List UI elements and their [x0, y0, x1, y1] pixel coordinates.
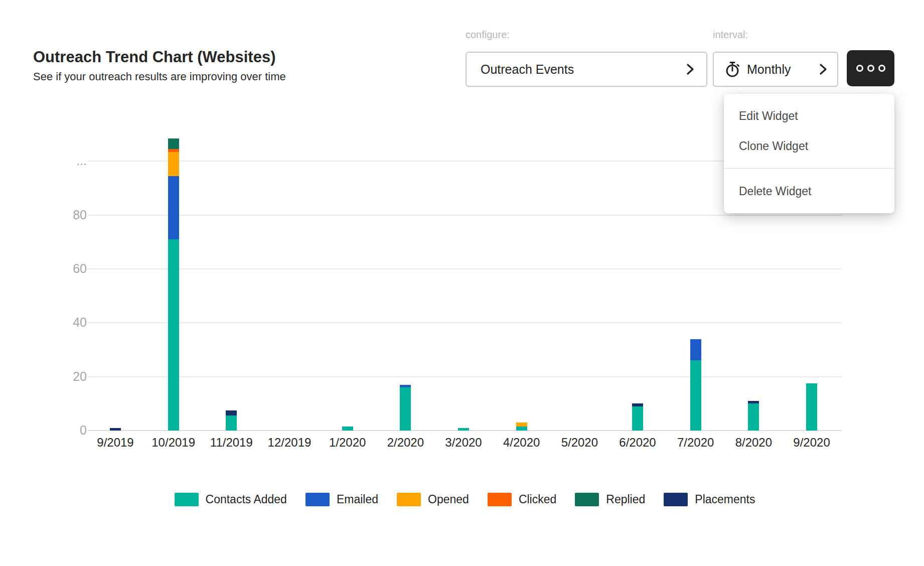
legend-label: Replied	[606, 493, 645, 506]
menu-divider	[724, 168, 894, 169]
widget-header: Outreach Trend Chart (Websites) See if y…	[33, 48, 286, 83]
chart-legend: Contacts AddedEmailedOpenedClickedReplie…	[88, 493, 842, 506]
legend-label: Emailed	[337, 493, 378, 506]
bar-segment[interactable]	[168, 239, 179, 431]
legend-label: Clicked	[519, 493, 556, 506]
legend-swatch	[664, 493, 688, 506]
y-axis-tick-label: ...	[37, 154, 87, 168]
legend-item-contacts-added[interactable]: Contacts Added	[175, 493, 287, 506]
configure-label: configure:	[466, 29, 510, 41]
bar-segment[interactable]	[632, 406, 643, 431]
x-axis-label: 11/2019	[201, 436, 261, 450]
chevron-right-icon	[819, 63, 827, 76]
gridline	[88, 268, 842, 269]
bar-segment[interactable]	[226, 410, 237, 416]
widget-menu: Edit Widget Clone Widget Delete Widget	[724, 94, 894, 213]
legend-swatch	[397, 493, 421, 506]
bar-segment[interactable]	[632, 403, 643, 406]
legend-label: Opened	[428, 493, 469, 506]
bar-segment[interactable]	[168, 149, 179, 152]
interval-label: interval:	[713, 29, 748, 41]
bar-segment[interactable]	[516, 422, 527, 427]
legend-item-clicked[interactable]: Clicked	[488, 493, 556, 506]
y-axis-tick-label: 20	[37, 369, 87, 384]
bar-segment[interactable]	[690, 360, 701, 431]
legend-label: Contacts Added	[206, 493, 287, 506]
x-axis-label: 8/2020	[723, 436, 784, 450]
x-axis-label: 12/2019	[259, 436, 320, 450]
bar-segment[interactable]	[748, 403, 759, 431]
gridline	[88, 322, 842, 323]
y-axis-tick-label: 60	[37, 261, 87, 276]
x-axis-label: 6/2020	[607, 436, 668, 450]
bar-segment[interactable]	[806, 383, 817, 431]
bar-segment[interactable]	[342, 427, 353, 431]
x-axis-label: 9/2020	[782, 436, 842, 450]
configure-select[interactable]: Outreach Events	[466, 52, 707, 87]
interval-value: Monthly	[747, 62, 819, 77]
x-axis-label: 3/2020	[433, 436, 494, 450]
legend-swatch	[305, 493, 330, 506]
legend-item-opened[interactable]: Opened	[397, 493, 469, 506]
bar-segment[interactable]	[458, 428, 469, 431]
gridline	[88, 215, 842, 216]
bar-segment[interactable]	[110, 428, 121, 431]
x-axis-label: 1/2020	[318, 436, 378, 450]
y-axis-tick-label: 0	[37, 423, 87, 438]
gridline	[88, 376, 842, 377]
x-axis-label: 2/2020	[375, 436, 435, 450]
page-title: Outreach Trend Chart (Websites)	[33, 48, 286, 66]
y-axis-tick-label: 80	[37, 208, 87, 222]
legend-item-placements[interactable]: Placements	[664, 493, 755, 506]
legend-swatch	[488, 493, 512, 506]
interval-select[interactable]: Monthly	[713, 52, 838, 87]
bar-segment[interactable]	[748, 401, 759, 403]
stopwatch-icon	[725, 61, 740, 78]
bar-segment[interactable]	[226, 415, 237, 431]
legend-swatch	[575, 493, 599, 506]
bar-segment[interactable]	[516, 427, 527, 431]
bar-segment[interactable]	[168, 152, 179, 176]
configure-value: Outreach Events	[481, 62, 686, 77]
bar-segment[interactable]	[400, 387, 411, 431]
bar-segment[interactable]	[168, 138, 179, 149]
bar-segment[interactable]	[168, 176, 179, 239]
menu-item-delete-widget[interactable]: Delete Widget	[724, 176, 894, 206]
x-axis-label: 9/2019	[85, 436, 145, 450]
chevron-right-icon	[686, 63, 694, 76]
menu-item-clone-widget[interactable]: Clone Widget	[724, 131, 894, 161]
bar-segment[interactable]	[690, 339, 701, 361]
x-axis-label: 10/2019	[143, 436, 204, 450]
y-axis-tick-label: 40	[37, 315, 87, 330]
x-axis-label: 5/2020	[549, 436, 609, 450]
x-axis-label: 7/2020	[666, 436, 726, 450]
more-options-button[interactable]	[847, 50, 894, 86]
legend-label: Placements	[695, 493, 755, 506]
bar-segment[interactable]	[400, 385, 411, 387]
legend-swatch	[175, 493, 199, 506]
legend-item-emailed[interactable]: Emailed	[305, 493, 378, 506]
kebab-icon	[856, 65, 885, 72]
legend-item-replied[interactable]: Replied	[575, 493, 645, 506]
x-axis-label: 4/2020	[492, 436, 552, 450]
page-subtitle: See if your outreach results are improvi…	[33, 70, 286, 83]
menu-item-edit-widget[interactable]: Edit Widget	[724, 101, 894, 131]
